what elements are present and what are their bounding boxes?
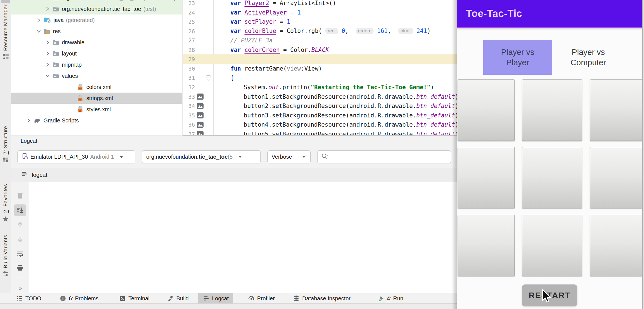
xml-icon: <>: [77, 95, 84, 102]
profiler-icon: [248, 295, 255, 302]
chevron-down-icon[interactable]: [35, 28, 42, 34]
chevron-right-icon[interactable]: [44, 6, 51, 12]
scroll-to-end-icon[interactable]: [14, 204, 26, 216]
toolbar-item-todo[interactable]: TODO: [12, 293, 46, 304]
tree-row-strings-xml[interactable]: <>strings.xml: [11, 93, 182, 104]
chevron-right-icon[interactable]: [44, 51, 51, 56]
line-number: 29: [183, 56, 195, 62]
tree-item-label: values: [62, 73, 78, 79]
tree-row-styles-xml[interactable]: <>styles.xml: [11, 104, 182, 115]
stripe-button-star[interactable]: 2: Favorites: [0, 184, 11, 222]
line-number: 37: [183, 131, 195, 136]
more-icon[interactable]: »: [11, 285, 29, 291]
svg-text:<>: <>: [79, 109, 82, 112]
code-text: button1.setBackgroundResource(android.R.…: [214, 93, 457, 100]
tree-row-drawable[interactable]: drawable: [11, 37, 182, 48]
chevron-right-icon[interactable]: [35, 17, 42, 23]
tree-item-label: Gradle Scripts: [43, 117, 79, 124]
grid-cell-1[interactable]: [458, 79, 515, 141]
grid-cell-7[interactable]: [458, 215, 515, 276]
toolbar-item-6-problems[interactable]: 6: Problems: [55, 293, 103, 304]
tree-row-org-nuevofoundation-tic-tac-toe[interactable]: org.nuevofoundation.tic_tac_toe(test): [11, 3, 182, 15]
line-number: 33: [183, 93, 195, 100]
line-number: 25: [183, 18, 195, 25]
db-icon: [293, 295, 300, 302]
xml-icon: <>: [77, 106, 84, 113]
chevron-right-icon[interactable]: [25, 118, 32, 123]
tree-row-gradle-scripts[interactable]: Gradle Scripts: [11, 115, 182, 126]
tab-player-vs-computer[interactable]: Player vsComputer: [552, 40, 625, 75]
device-detail: Android 1: [90, 154, 114, 160]
soft-wrap-icon[interactable]: [14, 248, 26, 260]
toolbar-item-build[interactable]: Build: [163, 293, 193, 304]
logcat-toolbar: Emulator LDPI_API_30 Android 1 org.nuevo…: [11, 146, 457, 168]
drawable-gutter-icon[interactable]: [195, 131, 205, 136]
log-level-dropdown[interactable]: Verbose: [267, 150, 311, 163]
drawable-gutter-icon[interactable]: [195, 112, 205, 119]
clear-icon[interactable]: [14, 190, 26, 202]
tree-row-layout[interactable]: layout: [11, 48, 182, 59]
stripe-button-bv[interactable]: Build Variants: [0, 235, 11, 276]
chevron-right-icon[interactable]: [44, 0, 51, 1]
grid-cell-9[interactable]: [590, 215, 644, 276]
search-input[interactable]: [330, 153, 447, 160]
app-process-dropdown[interactable]: org.nuevofoundation.tic_tac_toe (5: [142, 150, 261, 163]
toolbar-item-terminal[interactable]: Terminal: [115, 293, 154, 304]
tree-item-suffix: (androidTest): [143, 0, 176, 1]
line-number: 32: [183, 84, 195, 91]
grid-cell-6[interactable]: [590, 147, 644, 208]
up-icon[interactable]: [14, 219, 26, 231]
device-dropdown[interactable]: Emulator LDPI_API_30 Android 1: [17, 150, 135, 163]
chevron-right-icon[interactable]: [44, 40, 51, 45]
tab-player-vs-player[interactable]: Player vsPlayer: [483, 40, 552, 75]
code-editor[interactable]: 23var Player2 = ArrayList<Int>()24var Ac…: [183, 0, 457, 136]
grid-cell-2[interactable]: [522, 79, 582, 141]
line-number: 26: [183, 28, 195, 35]
grid-cell-3[interactable]: [590, 79, 644, 141]
tree-row-java[interactable]: java(generated): [11, 15, 182, 26]
bv-icon: [3, 271, 9, 276]
chevron-right-icon[interactable]: [44, 62, 51, 67]
line-number: 23: [183, 0, 195, 6]
print-icon[interactable]: [14, 262, 26, 274]
chevron-down-icon[interactable]: [44, 73, 51, 79]
tool-window-bar: TODO6: ProblemsTerminalBuildLogcatProfil…: [0, 293, 457, 303]
tree-row-res[interactable]: res: [11, 26, 182, 37]
stripe-button-rm[interactable]: Resource Manager: [0, 4, 11, 59]
folder-icon: [52, 6, 59, 12]
project-tree[interactable]: org.nuevofoundation.tic_tac_toe(androidT…: [11, 0, 182, 136]
logcat-search-box[interactable]: [317, 150, 451, 163]
drawable-gutter-icon[interactable]: [195, 103, 205, 110]
tree-row-org-nuevofoundation-tic-tac-toe[interactable]: org.nuevofoundation.tic_tac_toe(androidT…: [11, 0, 182, 3]
tree-row-colors-xml[interactable]: <>colors.xml: [11, 81, 182, 93]
grid-cell-5[interactable]: [522, 147, 582, 208]
code-line-25: 25var setPlayer = 1: [183, 17, 457, 26]
logcat-tab[interactable]: logcat: [11, 168, 457, 182]
device-name: Emulator LDPI_API_30: [30, 154, 88, 160]
grid-cell-4[interactable]: [458, 147, 515, 208]
code-text: System.out.println("Restarting the Tac-T…: [214, 84, 457, 91]
toolbar-item-4-run[interactable]: 4: Run: [373, 293, 408, 304]
down-icon[interactable]: [14, 233, 26, 245]
tree-item-label: colors.xml: [86, 84, 111, 90]
toolbar-item-label: Terminal: [128, 295, 150, 302]
fold-marker-icon[interactable]: [205, 75, 214, 81]
toolbar-item-profiler[interactable]: Profiler: [243, 293, 279, 304]
toolbar-item-logcat[interactable]: Logcat: [198, 293, 233, 304]
search-icon: [321, 153, 328, 161]
drawable-gutter-icon[interactable]: [195, 93, 205, 100]
stripe-label: Build Variants: [3, 235, 9, 268]
grid-cell-8[interactable]: [522, 215, 582, 276]
terminal-icon: [119, 295, 126, 302]
tree-row-values[interactable]: values: [11, 70, 182, 81]
toolbar-item-database-inspector[interactable]: Database Inspector: [289, 293, 355, 304]
toolbar-item-label: Build: [176, 295, 189, 302]
code-text: var setPlayer = 1: [214, 18, 457, 25]
stripe-button-structure[interactable]: 7: Structure: [0, 126, 11, 163]
emulator-window-edge: [642, 0, 644, 309]
code-text: var Player2 = ArrayList<Int>(): [214, 0, 457, 6]
tree-row-mipmap[interactable]: mipmap: [11, 59, 182, 70]
code-text: button5.setBackgroundResource(android.R.…: [214, 131, 457, 136]
logcat-console[interactable]: [29, 182, 457, 293]
drawable-gutter-icon[interactable]: [195, 121, 205, 128]
